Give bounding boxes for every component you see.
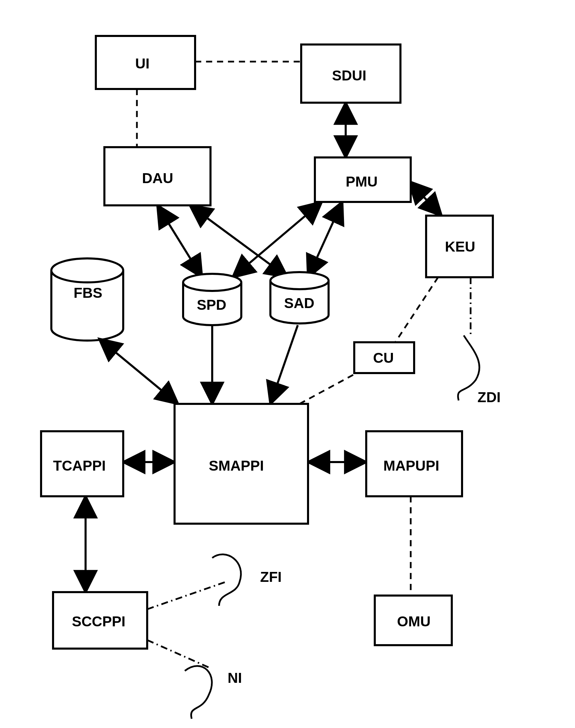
link-pmu-spd [233,202,322,277]
link-fbs-smappi [99,339,178,404]
label-ni: NI [228,670,242,686]
link-keu-cu [395,277,438,342]
label-ui: UI [135,55,150,72]
zdi-curve [458,335,480,400]
link-dau-sad [190,205,288,277]
label-pmu: PMU [346,174,378,190]
label-dau: DAU [142,170,173,186]
label-mapupi: MAPUPI [383,458,439,474]
label-zfi: ZFI [260,569,282,585]
label-omu: OMU [397,613,431,629]
link-sccppi-zfi [147,582,226,609]
link-sad-smappi [270,325,298,404]
link-pmu-sad [308,202,342,277]
label-tcappi: TCAPPI [53,458,106,474]
ni-curve [185,666,212,719]
svg-point-0 [51,258,123,282]
link-cu-smappi [299,370,363,404]
label-sdui: SDUI [332,67,366,84]
label-fbs: FBS [74,285,102,301]
zfi-curve [212,554,241,606]
link-pmu-keu [409,181,442,216]
label-smappi: SMAPPI [209,458,264,474]
label-spd: SPD [197,297,226,313]
label-keu: KEU [445,239,475,255]
label-sccppi: SCCPPI [72,613,125,629]
label-sad: SAD [284,295,315,311]
svg-point-3 [183,274,241,291]
label-zdi: ZDI [477,389,501,405]
link-sccppi-ni [147,640,209,667]
link-dau-spd [157,205,202,277]
svg-point-6 [270,272,329,289]
label-cu: CU [373,350,394,366]
